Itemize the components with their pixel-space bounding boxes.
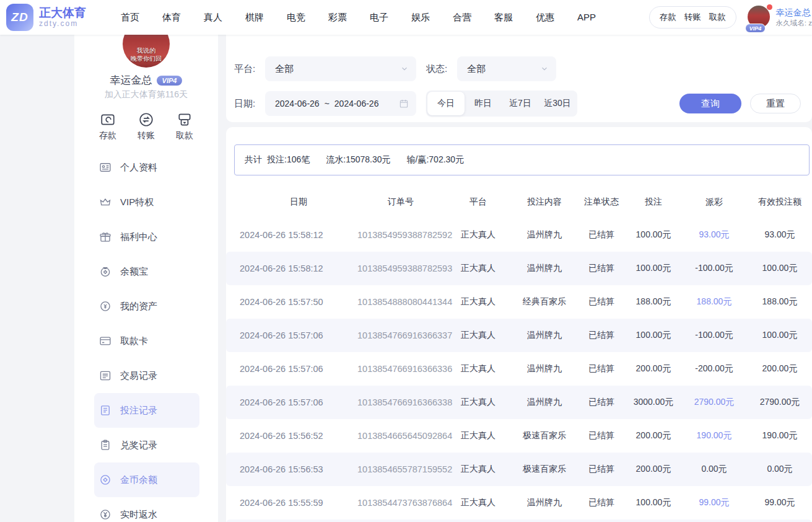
sidebar-item-transactions[interactable]: 交易记录 <box>94 358 199 393</box>
cell-date: 2024-06-26 15:58:12 <box>240 263 357 273</box>
sidebar-item-rebate[interactable]: 实时返水 <box>94 497 199 522</box>
cell-bet-amount: 200.00元 <box>626 363 681 374</box>
wallet-action-link[interactable]: 取款 <box>709 12 726 23</box>
quick-action-label: 取款 <box>176 130 193 141</box>
nav-item[interactable]: 体育 <box>162 12 181 24</box>
nav-item[interactable]: APP <box>577 12 596 24</box>
cell-status: 已结算 <box>577 430 626 441</box>
cell-bet-content: 温州牌九 <box>512 497 577 508</box>
cell-valid-bet: 99.00元 <box>748 497 812 508</box>
sidebar-item-welfare[interactable]: 福利中心 <box>94 219 199 254</box>
quick-action-deposit[interactable]: 存款 <box>92 112 124 141</box>
cell-date: 2024-06-26 15:58:12 <box>240 230 357 240</box>
deposit-icon <box>100 112 116 128</box>
quick-action-transfer[interactable]: 转账 <box>130 112 162 141</box>
date-range-pill[interactable]: 今日 <box>427 92 465 115</box>
header-username[interactable]: 幸运金总 <box>776 7 812 19</box>
nav-item[interactable]: 娱乐 <box>411 12 430 24</box>
sidebar-item-redeem-records[interactable]: 兑奖记录 <box>94 428 199 462</box>
table-row: 2024-06-26 15:56:52 1013854665645092864 … <box>226 419 812 453</box>
bet-records-table: 日期 订单号 平台 投注内容 注单状态 投注 派彩 有效投注额 2024-06-… <box>226 186 812 522</box>
sidebar-item-withdraw-card[interactable]: 取款卡 <box>94 324 199 358</box>
transaction-list-icon <box>99 369 111 382</box>
cell-platform: 正大真人 <box>444 430 512 441</box>
summary-prefix: 共计 <box>245 154 262 166</box>
vip-badge: VIP4 <box>157 76 183 86</box>
date-range-pill[interactable]: 近7日 <box>502 92 539 115</box>
cell-status: 已结算 <box>577 330 626 341</box>
nav-item[interactable]: 电竞 <box>287 12 305 24</box>
table-row: 2024-06-26 15:57:06 1013854766916366336 … <box>226 352 812 386</box>
cell-order-number: 1013854766916366337 <box>357 330 444 340</box>
platform-select[interactable]: 全部 <box>265 56 416 81</box>
coin-pouch-icon <box>99 265 111 278</box>
cell-bet-content: 经典百家乐 <box>512 296 577 307</box>
quick-action-withdraw[interactable]: 取款 <box>168 112 201 141</box>
top-header: ZD 正大体育 zdty.com 首页 体育 真人 棋牌 电竞 彩票 电子 娱乐… <box>0 0 812 35</box>
cell-valid-bet: 200.00元 <box>748 363 812 374</box>
site-logo[interactable]: ZD 正大体育 zdty.com <box>6 4 86 31</box>
withdraw-icon <box>177 112 193 128</box>
sidebar-item-label: VIP特权 <box>120 197 154 208</box>
date-range-input[interactable]: 2024-06-26 ~ 2024-06-26 <box>265 91 416 116</box>
sidebar-item-vip[interactable]: VIP特权 <box>94 185 199 219</box>
cell-bet-content: 温州牌九 <box>512 397 577 408</box>
cell-payout: -100.00元 <box>681 263 748 274</box>
nav-item[interactable]: 真人 <box>204 12 222 24</box>
chevron-down-icon <box>540 64 549 73</box>
date-range-pill[interactable]: 昨日 <box>465 92 502 115</box>
table-body: 2024-06-26 15:58:12 1013854959388782592 … <box>226 218 812 520</box>
column-header: 投注 <box>626 197 681 208</box>
cell-order-number: 1013854959388782593 <box>357 263 444 273</box>
cell-payout: 0.00元 <box>681 464 748 475</box>
sidebar-item-assets[interactable]: 我的资产 <box>94 289 199 324</box>
status-select[interactable]: 全部 <box>457 56 556 81</box>
cell-bet-content: 极速百家乐 <box>512 430 577 441</box>
cell-platform: 正大真人 <box>444 296 512 307</box>
column-header: 平台 <box>444 197 512 208</box>
wallet-action-link[interactable]: 转账 <box>684 12 701 23</box>
nav-item[interactable]: 棋牌 <box>245 12 264 24</box>
cell-bet-content: 温州牌九 <box>512 363 577 374</box>
sidebar-item-yuebao[interactable]: 余额宝 <box>94 254 199 289</box>
logo-title: 正大体育 <box>39 7 86 20</box>
profile-sidebar: 我说的 晚带你们回 幸运金总 VIP4 加入正大体育第116天 存款 转账 取款 <box>74 35 218 522</box>
cell-status: 已结算 <box>577 363 626 374</box>
cell-date: 2024-06-26 15:56:52 <box>240 431 357 441</box>
crown-icon <box>99 196 111 208</box>
cell-payout: 188.00元 <box>681 296 748 307</box>
sidebar-item-coin-balance[interactable]: 金币余额 <box>94 462 199 497</box>
sidebar-item-label: 交易记录 <box>120 370 157 382</box>
nav-item[interactable]: 合营 <box>453 12 471 24</box>
search-button[interactable]: 查询 <box>679 94 741 113</box>
cell-status: 已结算 <box>577 397 626 408</box>
table-header-row: 日期 订单号 平台 投注内容 注单状态 投注 派彩 有效投注额 <box>226 186 812 218</box>
reset-button[interactable]: 重置 <box>750 94 801 113</box>
cell-payout: 2790.00元 <box>681 397 748 408</box>
cell-status: 已结算 <box>577 296 626 307</box>
cell-date: 2024-06-26 15:57:50 <box>240 297 357 307</box>
cell-bet-content: 温州牌九 <box>512 229 577 241</box>
platform-label: 平台: <box>234 63 255 75</box>
nav-item[interactable]: 客服 <box>494 12 513 24</box>
nav-item[interactable]: 首页 <box>121 12 139 24</box>
date-range-pill[interactable]: 近30日 <box>539 92 576 115</box>
cell-platform: 正大真人 <box>444 363 512 374</box>
date-quick-range-group: 今日 昨日 近7日 近30日 <box>426 91 577 117</box>
sidebar-menu: 个人资料 VIP特权 福利中心 余额宝 我的资产 <box>74 150 218 522</box>
nav-item[interactable]: 优惠 <box>536 12 554 24</box>
header-avatar[interactable]: VIP4 <box>748 6 771 29</box>
sidebar-item-profile[interactable]: 个人资料 <box>94 150 199 185</box>
nav-item[interactable]: 彩票 <box>328 12 347 24</box>
date-label: 日期: <box>234 98 255 110</box>
sidebar-item-bet-records[interactable]: 投注记录 <box>94 393 199 428</box>
nav-item[interactable]: 电子 <box>370 12 388 24</box>
sidebar-item-label: 实时返水 <box>120 509 157 521</box>
cell-payout: 99.00元 <box>681 497 748 508</box>
sidebar-item-label: 个人资料 <box>120 162 157 174</box>
transfer-icon <box>138 112 154 128</box>
avatar-caption-line2: 晚带你们回 <box>131 55 162 63</box>
wallet-action-link[interactable]: 存款 <box>660 12 676 23</box>
table-row: 2024-06-26 15:58:12 1013854959388782592 … <box>226 218 812 252</box>
cell-valid-bet: 2790.00元 <box>748 397 812 408</box>
